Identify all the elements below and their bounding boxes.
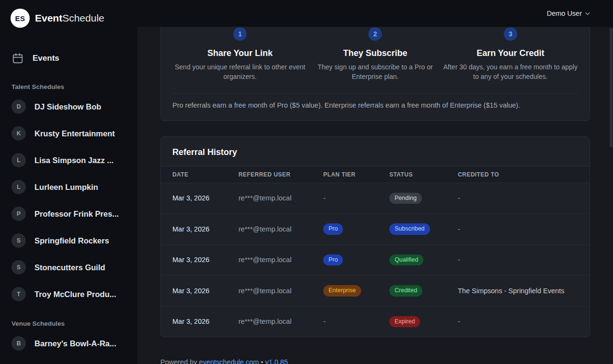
cell-credited-to: - — [458, 183, 590, 214]
sidebar-item-krusty-entertainment[interactable]: K Krusty Entertainment — [0, 120, 137, 147]
sidebar-item-professor-frink[interactable]: P Professor Frink Pres... — [0, 200, 137, 227]
status-badge: Pending — [389, 193, 422, 204]
sidebar-item-dj-sideshow-bob[interactable]: D DJ Sideshow Bob — [0, 93, 137, 120]
cell-status: Subscribed — [389, 214, 458, 245]
status-badge: Subscribed — [389, 223, 430, 235]
avatar: D — [11, 99, 26, 114]
version-link[interactable]: v1.0.85 — [265, 358, 288, 364]
cell-date: Mar 3, 2026 — [161, 306, 238, 337]
sidebar-item-stonecutters-guild[interactable]: S Stonecutters Guild — [0, 254, 137, 281]
referral-history-title: Referral History — [161, 137, 590, 166]
sidebar-item-label: DJ Sideshow Bob — [34, 102, 101, 111]
cell-status: Pending — [389, 183, 458, 214]
cell-credited-to: - — [458, 244, 590, 276]
step-number-badge: 2 — [368, 27, 382, 41]
calendar-icon — [11, 52, 24, 65]
column-header-date: Date — [161, 166, 238, 183]
step-description: After 30 days, you earn a free month to … — [443, 62, 578, 82]
status-badge: Qualified — [389, 254, 423, 266]
sidebar-item-barneys-bowl-a-rama[interactable]: B Barney's Bowl-A-Ra... — [0, 330, 137, 357]
cell-plan-tier: - — [323, 183, 389, 214]
cell-date: Mar 3, 2026 — [161, 276, 238, 307]
referral-history-card: Referral History Date Referred User Plan… — [160, 136, 590, 338]
step-share-your-link: 1 Share Your Link Send your unique refer… — [172, 27, 307, 82]
sidebar-item-springfield-rockers[interactable]: S Springfield Rockers — [0, 227, 137, 254]
avatar: P — [11, 207, 26, 221]
cell-plan-tier: Pro — [323, 244, 389, 276]
referral-steps-card: 1 Share Your Link Send your unique refer… — [160, 27, 590, 121]
plan-tier-badge: Pro — [323, 223, 343, 235]
cell-status: Expired — [389, 306, 458, 337]
column-header-plan-tier: Plan Tier — [323, 166, 389, 183]
cell-status: Qualified — [389, 244, 458, 276]
column-header-credited-to: Credited To — [458, 166, 590, 183]
table-row: Mar 3, 2026 re***@temp.local - Expired - — [161, 306, 590, 337]
avatar: L — [11, 180, 26, 194]
cell-referred-user: re***@temp.local — [238, 183, 323, 214]
powered-by-text: Powered by — [160, 358, 197, 364]
section-title-venue-schedules: Venue Schedules — [0, 320, 137, 327]
cell-date: Mar 3, 2026 — [161, 183, 238, 214]
app-root: ES EventSchedule Events Talent Schedules… — [0, 0, 613, 364]
scrollbar-thumb[interactable] — [610, 28, 613, 147]
logo[interactable]: ES EventSchedule — [0, 8, 137, 29]
sidebar-item-troy-mcclure[interactable]: T Troy McClure Produ... — [0, 281, 137, 308]
avatar: B — [11, 336, 26, 351]
cell-credited-to: - — [458, 306, 590, 337]
eventschedule-link[interactable]: eventschedule.com — [199, 358, 259, 364]
sidebar-item-label: Lurleen Lumpkin — [34, 183, 98, 192]
sidebar-item-label: Lisa Simpson Jazz ... — [34, 156, 114, 165]
step-title: Earn Your Credit — [443, 48, 578, 58]
steps-grid: 1 Share Your Link Send your unique refer… — [172, 27, 578, 82]
avatar: S — [11, 260, 26, 275]
step-description: They sign up and subscribe to a Pro or E… — [307, 62, 443, 82]
cell-referred-user: re***@temp.local — [238, 214, 323, 245]
section-title-talent-schedules: Talent Schedules — [0, 83, 137, 90]
sidebar-item-label: Events — [33, 54, 59, 63]
brand: EventSchedule — [35, 12, 104, 24]
step-title: They Subscribe — [307, 48, 443, 58]
cell-plan-tier: - — [323, 306, 389, 337]
sidebar-item-label: Barney's Bowl-A-Ra... — [34, 339, 116, 348]
scrollbar-track — [609, 0, 613, 364]
step-earn-your-credit: 3 Earn Your Credit After 30 days, you ea… — [443, 27, 578, 82]
cell-plan-tier: Pro — [323, 214, 389, 245]
step-description: Send your unique referral link to other … — [172, 62, 307, 82]
cell-credited-to: The Simpsons - Springfield Events — [458, 276, 590, 307]
cell-referred-user: re***@temp.local — [238, 306, 323, 337]
sidebar-item-label: Krusty Entertainment — [34, 129, 115, 138]
avatar: K — [11, 126, 26, 141]
sidebar: ES EventSchedule Events Talent Schedules… — [0, 0, 137, 364]
referral-history-table: Date Referred User Plan Tier Status Cred… — [161, 166, 590, 337]
avatar: L — [11, 153, 26, 167]
status-badge: Expired — [389, 316, 420, 328]
sidebar-item-label: Stonecutters Guild — [34, 263, 105, 272]
cell-referred-user: re***@temp.local — [238, 276, 323, 307]
sidebar-item-label: Troy McClure Produ... — [34, 290, 116, 299]
column-header-status: Status — [389, 166, 458, 183]
table-row: Mar 3, 2026 re***@temp.local Pro Qualifi… — [161, 244, 590, 276]
sidebar-item-lurleen-lumpkin[interactable]: L Lurleen Lumpkin — [0, 174, 137, 200]
cell-date: Mar 3, 2026 — [161, 214, 238, 245]
content: 1 Share Your Link Send your unique refer… — [137, 27, 613, 364]
brand-light: Schedule — [62, 12, 104, 23]
sidebar-item-label: Springfield Rockers — [34, 236, 109, 245]
status-badge: Credited — [389, 285, 422, 297]
sidebar-item-events[interactable]: Events — [0, 46, 137, 71]
sidebar-item-lisa-simpson-jazz[interactable]: L Lisa Simpson Jazz ... — [0, 147, 137, 174]
table-row: Mar 3, 2026 re***@temp.local - Pending - — [161, 183, 590, 214]
step-they-subscribe: 2 They Subscribe They sign up and subscr… — [307, 27, 443, 82]
footer-separator: • — [261, 358, 263, 364]
step-title: Share Your Link — [172, 48, 307, 58]
sidebar-item-label: Professor Frink Pres... — [34, 210, 119, 219]
logo-icon: ES — [11, 9, 30, 28]
cell-status: Credited — [389, 276, 458, 307]
cell-credited-to: - — [458, 214, 590, 245]
user-menu[interactable]: Demo User — [547, 10, 590, 17]
cell-date: Mar 3, 2026 — [161, 244, 238, 276]
step-number-badge: 1 — [233, 27, 247, 41]
user-menu-label: Demo User — [547, 10, 582, 17]
avatar: T — [11, 287, 26, 301]
cell-plan-tier: Enterprise — [323, 276, 389, 307]
topbar: Demo User — [137, 0, 613, 27]
